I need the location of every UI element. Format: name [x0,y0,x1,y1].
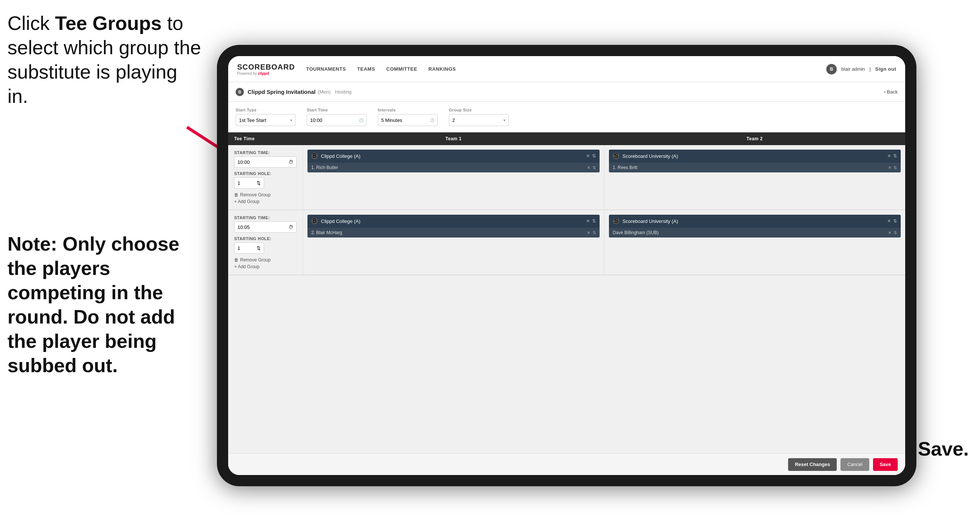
table-header-team1: Team 1 [303,132,604,145]
team1-name-1: Clippd College (A) [321,153,586,159]
player-name-2-1: 1. Rees Britt [612,165,888,170]
player-row-2-2: Dave Billingham (SUB) ✕ ⇅ [609,228,901,237]
group-row-2: STARTING TIME: 10:05 ⏱ STARTING HOLE: 1 … [228,210,905,275]
team2-card-2[interactable]: S Scoreboard University (A) ✕ ⇅ Dave Bil… [609,215,901,237]
team2-expand-icon-2[interactable]: ⇅ [893,218,897,224]
clock-icon-2: ⏱ [288,224,293,230]
team2-card-1[interactable]: S Scoreboard University (A) ✕ ⇅ 1. Rees … [609,150,901,172]
trash-icon-1: 🗑 [234,192,239,197]
player-row-1-1: 1. Rich Butler ✕ ⇅ [307,162,600,172]
clock-icon-1: ⏱ [288,159,293,165]
nav-username: blair admin [841,66,865,72]
team2-controls-1: ✕ ⇅ [887,153,897,159]
player-controls-2-1: ✕ ⇅ [888,165,897,170]
team2-card-header-2: S Scoreboard University (A) ✕ ⇅ [609,215,901,228]
starting-hole-input-2[interactable]: 1 ⇅ [234,242,264,253]
nav-link-rankings[interactable]: RANKINGS [428,65,456,73]
nav-link-committee[interactable]: COMMITTEE [387,65,417,73]
save-bold: Save. [918,438,969,460]
team1-remove-icon-2[interactable]: ✕ [586,218,590,224]
add-group-button-1[interactable]: + Add Group [234,199,297,204]
start-time-value: 10:00 [310,118,323,123]
team1-expand-icon-2[interactable]: ⇅ [592,218,596,224]
team2-name-2: Scoreboard University (A) [622,218,887,224]
player-expand-icon-1-1[interactable]: ⇅ [592,165,596,170]
hole-arrows-1: ⇅ [256,180,261,186]
sub-header-badge: B [235,88,244,96]
player-remove-icon-1-1[interactable]: ✕ [587,165,590,170]
player-expand-icon-2-2[interactable]: ⇅ [894,231,897,235]
group-row: STARTING TIME: 10:00 ⏱ STARTING HOLE: 1 … [228,145,905,210]
avatar: B [826,64,837,75]
team2-dot-2: S [612,218,619,224]
nav-link-teams[interactable]: TEAMS [357,65,375,73]
player-controls-1-1: ✕ ⇅ [587,165,596,170]
group-size-value: 2 [452,118,455,123]
team1-card-header-1: B Clippd College (A) ✕ ⇅ [307,150,600,162]
sub-header: B Clippd Spring Invitational (Men) Hosti… [228,82,905,102]
note-bold: Note: Only choose the players competing … [8,233,179,376]
reset-changes-button[interactable]: Reset Changes [788,458,837,471]
remove-group-label-2: Remove Group [240,257,270,263]
team2-name-1: Scoreboard University (A) [622,153,887,159]
groups-container: STARTING TIME: 10:00 ⏱ STARTING HOLE: 1 … [228,145,905,453]
start-type-select[interactable]: 1st Tee Start ▾ [235,114,296,126]
logo-area: SCOREBOARD Powered by clippd [237,63,295,76]
team1-card-1[interactable]: B Clippd College (A) ✕ ⇅ 1. Rich Butler [307,150,600,172]
table-header-tee-time: Tee Time [228,132,303,145]
team2-controls-2: ✕ ⇅ [887,218,897,224]
back-button[interactable]: ‹ Back [884,89,898,95]
team1-dot-1: B [311,153,318,159]
team1-controls-1: ✕ ⇅ [586,153,596,159]
player-controls-2-2: ✕ ⇅ [888,231,897,235]
tablet-screen: SCOREBOARD Powered by clippd TOURNAMENTS… [228,56,905,475]
add-group-button-2[interactable]: + Add Group [234,264,297,269]
player-expand-icon-1-2[interactable]: ⇅ [592,231,596,235]
cancel-button[interactable]: Cancel [840,458,869,471]
save-button[interactable]: Save [873,458,898,471]
starting-hole-input-1[interactable]: 1 ⇅ [234,177,264,188]
start-time-select[interactable]: 10:00 🕐 [307,114,367,126]
starting-time-label-1: STARTING TIME: [234,150,297,155]
intervals-field: Intervals 5 Minutes 🕐 [378,108,438,126]
team2-remove-icon-2[interactable]: ✕ [887,218,891,224]
team1-expand-icon[interactable]: ⇅ [592,153,596,159]
starting-time-input-2[interactable]: 10:05 ⏱ [234,221,297,232]
starting-time-val-1: 10:00 [237,159,250,165]
player-remove-icon-2-2[interactable]: ✕ [888,231,891,235]
player-remove-icon-1-2[interactable]: ✕ [587,231,590,235]
intervals-select[interactable]: 5 Minutes 🕐 [378,114,438,126]
main-content: Start Type 1st Tee Start ▾ Start Time 10… [228,102,905,475]
start-time-label: Start Time [307,108,367,112]
sub-header-title: Clippd Spring Invitational [248,89,316,95]
team1-dot-2: B [311,218,318,224]
instruction-text: Click Tee Groups to select which group t… [8,11,202,108]
team2-card-header-1: S Scoreboard University (A) ✕ ⇅ [609,150,901,162]
team1-remove-icon[interactable]: ✕ [586,153,590,159]
navbar: SCOREBOARD Powered by clippd TOURNAMENTS… [228,56,905,82]
starting-hole-val-1: 1 [237,180,240,186]
trash-icon-2: 🗑 [234,257,239,263]
team1-panel-2: B Clippd College (A) ✕ ⇅ 2. Blair McHarg [303,210,604,274]
bottom-bar: Reset Changes Cancel Save [228,453,905,475]
start-type-label: Start Type [235,108,296,112]
team2-remove-icon[interactable]: ✕ [887,153,891,159]
team1-card-2[interactable]: B Clippd College (A) ✕ ⇅ 2. Blair McHarg [307,215,600,237]
remove-group-button-2[interactable]: 🗑 Remove Group [234,257,297,263]
nav-sign-out[interactable]: Sign out [875,65,896,73]
player-expand-icon-2-1[interactable]: ⇅ [894,165,897,170]
player-name-1-2: 2. Blair McHarg [311,230,587,235]
remove-group-button-1[interactable]: 🗑 Remove Group [234,192,297,197]
team2-expand-icon[interactable]: ⇅ [893,153,897,159]
starting-time-input-1[interactable]: 10:00 ⏱ [234,156,297,167]
team2-dot-1: S [612,153,619,159]
group-size-select[interactable]: 2 ▾ [449,114,509,126]
group-left-1: STARTING TIME: 10:00 ⏱ STARTING HOLE: 1 … [228,145,303,209]
player-remove-icon-2-1[interactable]: ✕ [888,165,891,170]
team1-card-header-2: B Clippd College (A) ✕ ⇅ [307,215,600,228]
player-row-1-2: 2. Blair McHarg ✕ ⇅ [307,228,600,237]
intervals-arrow: 🕐 [430,118,434,122]
sub-header-men: (Men) [318,89,331,95]
nav-link-tournaments[interactable]: TOURNAMENTS [306,65,345,73]
add-group-label-1: + Add Group [234,199,259,204]
